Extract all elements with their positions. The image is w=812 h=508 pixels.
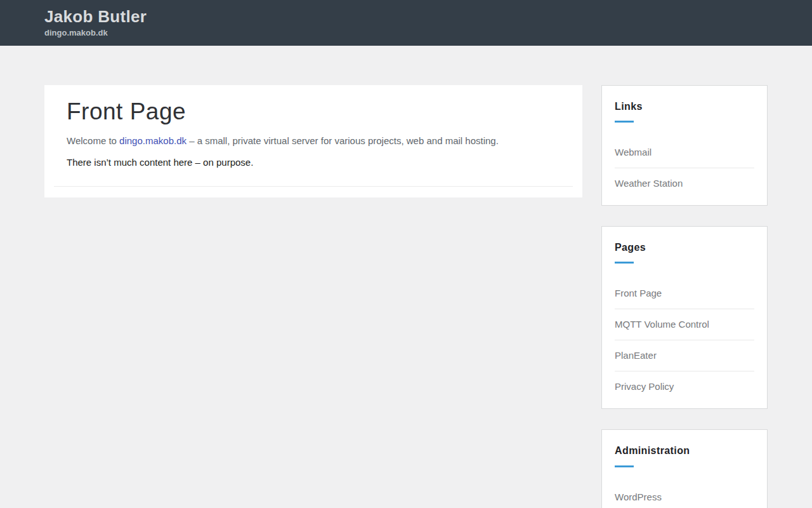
site-header: Jakob Butler dingo.makob.dk	[0, 0, 812, 46]
intro-paragraph: Welcome to dingo.makob.dk – a small, pri…	[67, 134, 560, 147]
site-title-link[interactable]: Jakob Butler	[44, 7, 812, 27]
widget-pages-title: Pages	[615, 241, 754, 253]
sidebar-link-webmail[interactable]: Webmail	[615, 147, 652, 157]
sidebar: Links Webmail Weather Station Pages Fron…	[601, 85, 768, 508]
sidebar-link-privacy-policy[interactable]: Privacy Policy	[615, 381, 674, 392]
dingo-makob-link[interactable]: dingo.makob.dk	[119, 135, 187, 146]
accent-underline	[615, 121, 634, 123]
site-tagline: dingo.makob.dk	[44, 28, 812, 38]
widget-administration-list: WordPress	[615, 482, 754, 508]
entry-divider	[54, 186, 573, 187]
accent-underline	[615, 262, 634, 264]
list-item: Privacy Policy	[615, 371, 754, 402]
widget-administration-title: Administration	[615, 444, 754, 457]
page-title: Front Page	[67, 99, 560, 125]
widget-links-title: Links	[615, 100, 754, 112]
intro-text-prefix: Welcome to	[67, 135, 119, 146]
sidebar-link-mqtt-volume-control[interactable]: MQTT Volume Control	[615, 319, 709, 330]
list-item: PlanEater	[615, 340, 754, 371]
main-content-card: Front Page Welcome to dingo.makob.dk – a…	[44, 85, 582, 197]
intro-text-suffix: – a small, private virtual server for va…	[187, 135, 499, 146]
widget-administration: Administration WordPress	[601, 429, 768, 508]
sidebar-link-front-page[interactable]: Front Page	[615, 288, 662, 298]
widget-links: Links Webmail Weather Station	[601, 85, 768, 206]
accent-underline	[615, 465, 634, 467]
list-item: Weather Station	[615, 168, 754, 199]
content-paragraph: There isn’t much content here – on purpo…	[67, 156, 560, 169]
widget-pages-list: Front Page MQTT Volume Control PlanEater…	[615, 278, 754, 402]
sidebar-link-wordpress[interactable]: WordPress	[615, 491, 662, 502]
list-item: Webmail	[615, 137, 754, 168]
widget-links-list: Webmail Weather Station	[615, 137, 754, 199]
sidebar-link-planeater[interactable]: PlanEater	[615, 350, 657, 361]
page-container: Front Page Welcome to dingo.makob.dk – a…	[44, 85, 768, 508]
sidebar-link-weather-station[interactable]: Weather Station	[615, 178, 683, 189]
widget-pages: Pages Front Page MQTT Volume Control Pla…	[601, 226, 768, 409]
list-item: MQTT Volume Control	[615, 309, 754, 340]
list-item: Front Page	[615, 278, 754, 309]
list-item: WordPress	[615, 482, 754, 508]
